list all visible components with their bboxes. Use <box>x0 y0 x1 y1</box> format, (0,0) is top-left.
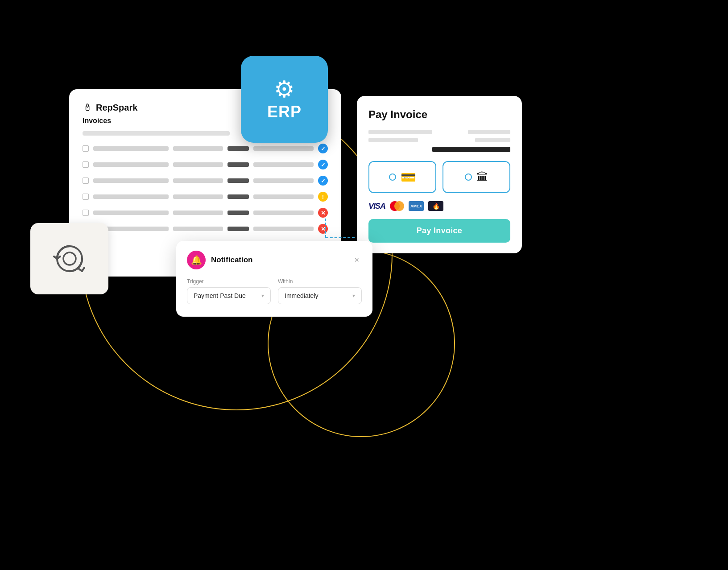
trigger-value: Payment Past Due <box>194 292 246 299</box>
erp-gears-icon: ⚙ <box>274 78 295 101</box>
sync-box <box>30 223 108 294</box>
invoice-row: ✕ <box>83 208 328 218</box>
inv-col-amount <box>228 194 249 199</box>
inv-col-amount <box>228 146 249 151</box>
notification-close-button[interactable]: × <box>352 255 362 266</box>
notification-title: Notification <box>211 256 346 264</box>
pay-option-card[interactable]: 💳 <box>368 161 436 193</box>
within-label: Within <box>278 278 362 285</box>
card-icon: 💳 <box>401 170 416 185</box>
bank-radio[interactable] <box>465 173 472 181</box>
inv-col-name <box>93 162 169 167</box>
inv-col-name <box>93 178 169 183</box>
within-dropdown-arrow: ▾ <box>352 293 355 299</box>
inv-col-amount <box>228 178 249 183</box>
card-radio[interactable] <box>389 173 396 181</box>
inv-col-status-text <box>253 227 314 231</box>
pay-ph-2 <box>468 130 510 134</box>
invoice-checkbox[interactable] <box>83 178 89 184</box>
inv-col-name <box>93 146 169 151</box>
invoice-checkbox[interactable] <box>83 145 89 152</box>
other-logo: 🔥 <box>428 201 443 211</box>
status-icon-error: ✕ <box>318 224 328 234</box>
pay-invoice-panel: Pay Invoice 💳 🏛 VISA <box>357 96 522 253</box>
invoice-row: ✓ <box>83 144 328 153</box>
inv-col-status-text <box>253 178 314 183</box>
invoice-row: ✓ <box>83 176 328 186</box>
pay-options: 💳 🏛 <box>368 161 510 193</box>
inv-col-amount <box>228 162 249 167</box>
inv-col-status-text <box>253 211 314 215</box>
pay-ph-4 <box>475 138 511 142</box>
within-select[interactable]: Immediately ▾ <box>278 287 362 304</box>
invoice-checkbox[interactable] <box>83 194 89 200</box>
erp-label: ERP <box>267 103 302 121</box>
brand-logo-icon: 🕯 <box>83 102 92 113</box>
trigger-select[interactable]: Payment Past Due ▾ <box>187 287 271 304</box>
pay-invoice-title: Pay Invoice <box>368 108 510 121</box>
status-icon-check: ✓ <box>318 176 328 186</box>
sync-icon <box>50 239 90 279</box>
invoice-checkbox[interactable] <box>83 210 89 216</box>
inv-col-amount <box>228 227 249 231</box>
amex-logo: AMEX <box>409 201 424 211</box>
pay-ph-1 <box>368 130 432 134</box>
pay-amount-bar <box>432 147 510 152</box>
pay-option-bank[interactable]: 🏛 <box>443 161 510 193</box>
dashed-connection-h <box>326 237 355 238</box>
invoice-row: ✕ <box>83 224 328 234</box>
erp-badge: ⚙ ERP <box>241 56 328 143</box>
inv-col-date <box>173 146 223 151</box>
within-field: Within Immediately ▾ <box>278 278 362 304</box>
inv-col-date <box>173 227 223 231</box>
inv-col-date <box>173 194 223 199</box>
inv-col-date <box>173 178 223 183</box>
status-icon-check: ✓ <box>318 160 328 169</box>
scene: ⚙ ERP 🕯 RepSpark 📅 Invoices <box>0 0 728 570</box>
dashed-connection-v <box>325 219 326 238</box>
trigger-label: Trigger <box>187 278 271 285</box>
inv-col-status-text <box>253 162 314 167</box>
status-icon-check: ✓ <box>318 144 328 153</box>
status-icon-error: ✕ <box>318 208 328 218</box>
inv-col-amount <box>228 211 249 215</box>
notification-popup: 🔔 Notification × Trigger Payment Past Du… <box>176 241 372 317</box>
inv-col-name <box>93 211 169 215</box>
trigger-field: Trigger Payment Past Due ▾ <box>187 278 271 304</box>
invoice-checkbox[interactable] <box>83 161 89 168</box>
trigger-dropdown-arrow: ▾ <box>261 293 264 299</box>
inv-col-status-text <box>253 146 314 151</box>
inv-col-date <box>173 211 223 215</box>
search-bar-placeholder <box>83 131 230 136</box>
inv-col-name <box>93 194 169 199</box>
within-value: Immediately <box>285 292 318 299</box>
mastercard-logo <box>390 201 404 211</box>
visa-logo: VISA <box>368 202 385 211</box>
svg-point-1 <box>63 252 76 265</box>
brand-name: RepSpark <box>96 103 137 113</box>
pay-invoice-button[interactable]: Pay Invoice <box>368 219 510 243</box>
invoice-row: ! <box>83 192 328 202</box>
inv-col-status-text <box>253 194 314 199</box>
notification-bell-icon: 🔔 <box>187 251 206 269</box>
pay-ph-3 <box>368 138 418 142</box>
bank-icon: 🏛 <box>476 170 488 184</box>
status-icon-warning: ! <box>318 192 328 202</box>
payment-logos: VISA AMEX 🔥 <box>368 201 510 211</box>
invoice-row: ✓ <box>83 160 328 169</box>
inv-col-date <box>173 162 223 167</box>
